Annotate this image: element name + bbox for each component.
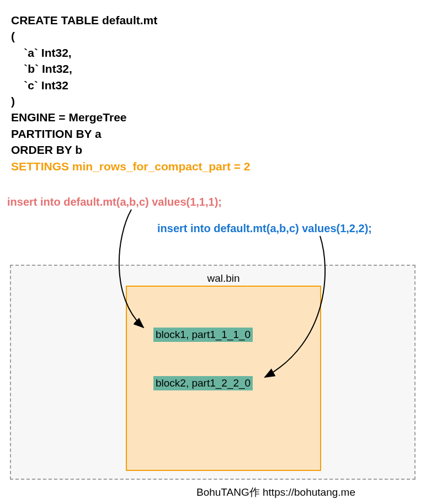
sql-line-4: `b` Int32, — [11, 62, 72, 75]
sql-line-5: `c` Int32 — [11, 79, 68, 92]
sql-line-7: ENGINE = MergeTree — [11, 111, 127, 124]
attribution-text: BohuTANG作 https://bohutang.me — [196, 485, 355, 500]
sql-settings-line: SETTINGS min_rows_for_compact_part = 2 — [11, 160, 251, 173]
wal-block-2: block2, part1_2_2_0 — [153, 376, 253, 390]
insert-statement-2: insert into default.mt(a,b,c) values(1,2… — [157, 222, 372, 235]
storage-container: wal.bin block1, part1_1_1_0 block2, part… — [10, 265, 416, 480]
create-table-sql: CREATE TABLE default.mt ( `a` Int32, `b`… — [11, 12, 251, 174]
sql-line-1: CREATE TABLE default.mt — [11, 14, 157, 26]
sql-line-8: PARTITION BY a — [11, 127, 102, 140]
insert-statement-1: insert into default.mt(a,b,c) values(1,1… — [7, 196, 222, 208]
sql-line-2: ( — [11, 30, 15, 42]
wal-file-label: wal.bin — [207, 272, 239, 285]
wal-file-box: wal.bin block1, part1_1_1_0 block2, part… — [126, 286, 321, 471]
sql-line-6: ) — [11, 95, 15, 108]
sql-line-9: ORDER BY b — [11, 143, 82, 156]
sql-line-3: `a` Int32, — [11, 46, 72, 59]
wal-block-1: block1, part1_1_1_0 — [153, 328, 253, 342]
